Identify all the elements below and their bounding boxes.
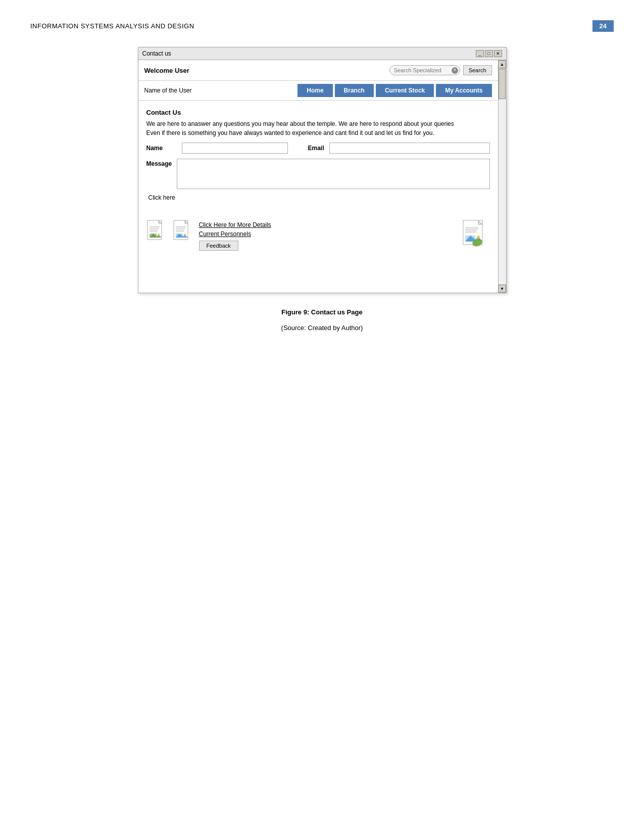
source-text: (Source: Created by Author): [30, 324, 614, 332]
main-content: Contact Us We are here to anaswer any qu…: [138, 101, 498, 215]
nav-bar: Name of the User Home Branch Current Sto…: [138, 81, 498, 101]
svg-point-23: [477, 236, 480, 239]
current-personnels-link[interactable]: Current Personnels: [199, 230, 456, 238]
doc-icon-2: [173, 219, 193, 242]
bottom-section: Click Here for More Details Current Pers…: [138, 215, 498, 255]
svg-point-7: [158, 234, 160, 236]
close-button[interactable]: ✕: [494, 50, 502, 57]
contact-desc: We are here to anaswer any questions you…: [146, 119, 490, 137]
message-label: Message: [146, 159, 177, 167]
scroll-down-arrow[interactable]: ▼: [498, 285, 506, 293]
svg-rect-3: [150, 228, 159, 229]
current-stock-button[interactable]: Current Stock: [376, 84, 434, 97]
search-area: ✕ Search: [389, 65, 492, 75]
svg-rect-12: [176, 230, 184, 231]
welcome-label: Welcome User: [144, 67, 389, 74]
more-details-link[interactable]: Click Here for More Details: [199, 221, 456, 228]
minimize-button[interactable]: _: [476, 50, 484, 57]
svg-rect-11: [176, 228, 185, 229]
bottom-links: Click Here for More Details Current Pers…: [199, 219, 456, 251]
name-input[interactable]: [182, 143, 288, 154]
svg-rect-19: [465, 229, 477, 230]
search-input[interactable]: [389, 65, 460, 75]
search-button[interactable]: Search: [463, 65, 492, 75]
svg-rect-10: [176, 226, 186, 227]
window-titlebar: Contact us _ □ ✕: [138, 48, 506, 60]
header-row: Welcome User ✕ Search: [138, 60, 498, 81]
message-textarea[interactable]: [177, 159, 490, 189]
feedback-button[interactable]: Feedback: [199, 241, 238, 251]
search-clear-button[interactable]: ✕: [452, 67, 458, 74]
window: Contact us _ □ ✕ Welcome User ✕ Search: [138, 47, 507, 293]
search-input-wrapper: ✕: [389, 65, 460, 75]
contact-heading: Contact Us: [146, 109, 490, 116]
my-accounts-button[interactable]: My Accounts: [436, 84, 491, 97]
scroll-up-arrow[interactable]: ▲: [498, 60, 506, 68]
contact-desc2: Even if there is something you have alwa…: [146, 129, 434, 136]
doc-icon-right: [462, 219, 490, 247]
page-title: INFORMATION SYSTEMS ANALYSIS AND DESIGN: [30, 22, 194, 30]
window-content: Welcome User ✕ Search Name of the User H…: [138, 60, 498, 293]
window-title: Contact us: [142, 50, 171, 57]
scrollbar[interactable]: ▲ ▼: [498, 60, 506, 293]
svg-point-15: [184, 234, 186, 236]
window-controls: _ □ ✕: [476, 50, 502, 57]
click-here-text: Click here: [146, 194, 490, 201]
email-input[interactable]: [329, 143, 490, 154]
email-label: Email: [308, 145, 324, 152]
scrollbar-track[interactable]: [499, 69, 506, 284]
svg-rect-4: [150, 230, 158, 231]
svg-rect-20: [465, 231, 476, 233]
branch-button[interactable]: Branch: [335, 84, 374, 97]
home-button[interactable]: Home: [298, 84, 332, 97]
contact-desc1: We are here to anaswer any questions you…: [146, 120, 454, 127]
page-number: 24: [592, 20, 614, 32]
scrollbar-thumb[interactable]: [499, 69, 506, 99]
nav-user-label: Name of the User: [144, 87, 296, 94]
name-label: Name: [146, 145, 177, 152]
svg-rect-18: [465, 227, 478, 228]
restore-button[interactable]: □: [485, 50, 493, 57]
figure-caption: Figure 9: Contact us Page: [30, 308, 614, 316]
page-header: INFORMATION SYSTEMS ANALYSIS AND DESIGN …: [30, 20, 614, 32]
svg-rect-2: [150, 226, 160, 227]
message-row: Message: [146, 159, 490, 189]
doc-icon-1: [146, 219, 167, 242]
window-body: Welcome User ✕ Search Name of the User H…: [138, 60, 506, 293]
name-email-row: Name Email: [146, 143, 490, 154]
